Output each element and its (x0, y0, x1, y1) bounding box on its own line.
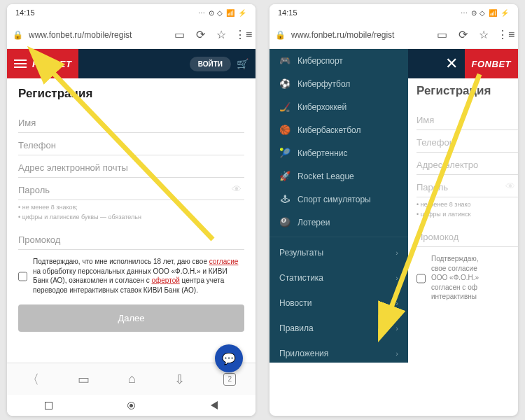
registration-form: Регистрация Имя Телефон Адрес электронно… (7, 78, 255, 363)
consent-link-1[interactable]: согласие (209, 258, 239, 265)
close-icon[interactable]: ✕ (445, 55, 458, 73)
back-icon[interactable]: 〈 (27, 371, 39, 388)
login-button[interactable]: ВОЙТИ (190, 57, 231, 71)
app-header: FONBET ВОЙТИ 🛒 (7, 49, 255, 78)
brand-logo: FONBET (32, 59, 71, 69)
reader-icon[interactable]: ▭ (434, 28, 449, 41)
brand-logo: FONBET (472, 59, 511, 69)
menu-row-label: Приложения (279, 349, 328, 358)
tabs-button[interactable]: 2 (223, 373, 236, 386)
sport-label: Киберфутбол (298, 79, 350, 89)
menu-nav-row[interactable]: Результаты› (270, 240, 408, 265)
back-button[interactable] (211, 401, 218, 410)
consent-text: Подтверждаю, свое согласие ООО «Ф.О.Н.» … (431, 254, 479, 302)
consent-link-2[interactable]: офертой (152, 276, 180, 284)
consent-row: Подтверждаю, свое согласие ООО «Ф.О.Н.» … (416, 254, 518, 302)
password-hints: не менее 8 знаков; цифры и латинские бук… (18, 203, 244, 222)
menu-sport-item[interactable]: ⚽Киберфутбол (270, 72, 408, 95)
chat-fab[interactable]: 💬 (215, 344, 243, 372)
page-title: Регистрация (416, 84, 518, 98)
background-page: ✕ FONBET Регистрация Имя Телефон Адрес э… (408, 49, 518, 363)
name-field[interactable]: Имя (18, 111, 244, 133)
betslip-icon[interactable]: 🛒 (237, 58, 248, 69)
chevron-right-icon: › (396, 248, 398, 257)
consent-row: Подтверждаю, что мне исполнилось 18 лет,… (18, 257, 244, 295)
menu-sport-item[interactable]: 🚀Rocket League (270, 164, 408, 188)
url-text: www.fonbet.ru/mobile/regist (29, 30, 166, 40)
sport-label: Кибербаскетбол (298, 125, 361, 135)
screenshot-right: 14:15 ⋯ ⊙ ◇ 📶 ⚡ 🔒 www.fonbet.ru/mobile/r… (270, 4, 518, 416)
password-field[interactable]: Пароль (416, 175, 518, 197)
menu-sport-item[interactable]: 🕹Спорт симуляторы (270, 188, 408, 211)
menu-sport-item[interactable]: 🏒Киберхоккей (270, 95, 408, 118)
refresh-icon[interactable]: ⟳ (455, 28, 470, 41)
refresh-icon[interactable]: ⟳ (192, 28, 208, 41)
lock-icon: 🔒 (275, 30, 286, 40)
email-field[interactable]: Адрес электро (416, 153, 518, 175)
status-time: 14:15 (278, 8, 298, 17)
sport-label: Кибертеннис (298, 148, 348, 158)
reader-icon[interactable]: ▭ (172, 28, 187, 41)
consent-text: Подтверждаю, что мне исполнилось 18 лет,… (33, 257, 244, 295)
menu-sport-item[interactable]: 🎮Киберспорт (270, 49, 408, 72)
status-bar: 14:15 ⋯ ⊙ ◇ 📶 ⚡ (7, 4, 255, 21)
sport-icon: ⚽ (279, 78, 290, 89)
promo-field[interactable]: Промокод (18, 227, 244, 250)
sport-icon: 🏀 (279, 125, 290, 135)
menu-nav-row[interactable]: Статистика› (270, 265, 408, 290)
home-button[interactable] (127, 402, 135, 410)
menu-icon[interactable]: ⋮≡ (234, 28, 250, 41)
chevron-right-icon: › (396, 349, 398, 358)
sport-icon: 🎱 (279, 217, 290, 227)
sport-label: Киберспорт (298, 56, 343, 66)
menu-nav-row[interactable]: Новости› (270, 290, 408, 316)
lock-icon: 🔒 (13, 30, 23, 40)
menu-sport-item[interactable]: 🎱Лотереи (270, 211, 408, 234)
chevron-right-icon: › (396, 324, 398, 332)
sport-icon: 🎾 (279, 148, 290, 158)
system-nav (7, 395, 255, 416)
menu-row-label: Правила (279, 323, 314, 333)
sport-label: Rocket League (298, 172, 354, 181)
next-button[interactable]: Далее (18, 304, 244, 332)
menu-icon[interactable]: ⋮≡ (497, 28, 512, 41)
promo-field[interactable]: Промокод (416, 225, 518, 247)
screenshot-left: 14:15 ⋯ ⊙ ◇ 📶 ⚡ 🔒 www.fonbet.ru/mobile/r… (7, 4, 255, 416)
consent-checkbox[interactable] (18, 258, 27, 295)
sport-icon: 🕹 (279, 194, 290, 204)
password-field[interactable]: Пароль (18, 178, 244, 200)
menu-row-label: Статистика (279, 273, 323, 283)
sport-icon: 🚀 (279, 171, 290, 181)
password-hints: не менее 8 знако цифры и латинск (416, 200, 518, 219)
chevron-right-icon: › (396, 299, 398, 307)
download-icon[interactable]: ⇩ (174, 372, 185, 387)
phone-field[interactable]: Телефон (18, 133, 244, 155)
phone-field[interactable]: Телефон (416, 130, 518, 153)
hamburger-brand[interactable]: FONBET (7, 49, 78, 78)
hamburger-icon[interactable] (14, 59, 27, 68)
star-icon[interactable]: ☆ (214, 28, 229, 41)
sport-label: Лотереи (298, 218, 330, 227)
browser-url-bar[interactable]: 🔒 www.fonbet.ru/mobile/regist ▭ ⟳ ☆ ⋮≡ (7, 21, 255, 49)
star-icon[interactable]: ☆ (476, 28, 491, 41)
menu-sport-item[interactable]: 🏀Кибербаскетбол (270, 118, 408, 141)
menu-row-label: Новости (279, 298, 312, 308)
menu-sport-item[interactable]: 🎾Кибертеннис (270, 141, 408, 164)
status-time: 14:15 (15, 8, 35, 17)
name-field[interactable]: Имя (416, 108, 518, 130)
consent-checkbox[interactable] (416, 255, 426, 302)
home-icon[interactable]: ⌂ (128, 372, 136, 386)
bookmarks-icon[interactable]: ▭ (78, 372, 90, 387)
menu-nav-row[interactable]: Приложения› (270, 341, 408, 363)
status-bar: 14:15 ⋯ ⊙ ◇ 📶 ⚡ (270, 4, 518, 21)
url-text: www.fonbet.ru/mobile/regist (291, 30, 428, 40)
side-menu: 🎮Киберспорт⚽Киберфутбол🏒Киберхоккей🏀Кибе… (270, 49, 408, 363)
status-icons: ⋯ ⊙ ◇ 📶 ⚡ (198, 9, 247, 17)
browser-url-bar[interactable]: 🔒 www.fonbet.ru/mobile/regist ▭ ⟳ ☆ ⋮≡ (270, 21, 518, 49)
menu-nav-row[interactable]: Правила› (270, 316, 408, 341)
menu-row-label: Результаты (279, 248, 323, 258)
recents-button[interactable] (45, 402, 52, 410)
chevron-right-icon: › (396, 274, 398, 282)
sport-icon: 🏒 (279, 102, 290, 112)
email-field[interactable]: Адрес электронной почты (18, 155, 244, 178)
